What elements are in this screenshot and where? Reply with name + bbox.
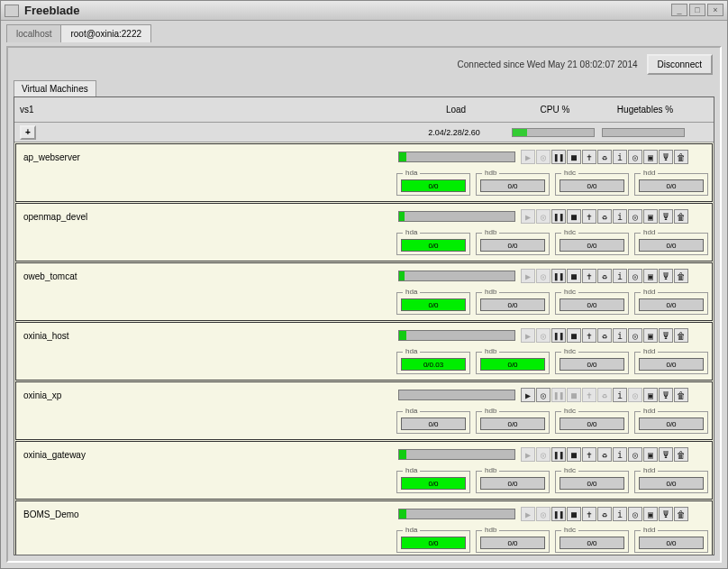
vm-name: oweb_tomcat xyxy=(20,271,398,281)
play-icon: ▶ xyxy=(521,328,535,343)
reset-icon[interactable]: ♻ xyxy=(597,328,612,343)
info-icon[interactable]: i xyxy=(613,388,627,402)
disk-icon[interactable]: ▣ xyxy=(643,269,658,283)
system-menu-button[interactable] xyxy=(5,5,19,17)
reset-icon[interactable]: ♻ xyxy=(597,209,612,224)
host-summary-row: + 2.04/2.28/2.60 xyxy=(14,123,714,142)
disk-box: hdc0/0 xyxy=(555,471,629,493)
vm-list[interactable]: ap_webserver▶◎❚❚■✝♻i◎▣Ψ🗑hda0/0hdb0/0hdc0… xyxy=(14,142,714,555)
delete-icon[interactable]: 🗑 xyxy=(674,388,688,402)
nic-icon[interactable]: Ψ xyxy=(659,328,673,343)
vm-panel: vs1 Load CPU % Hugetables % + 2.04/2.28/… xyxy=(14,96,714,555)
poweroff-icon[interactable]: ✝ xyxy=(582,328,596,343)
connection-tab[interactable]: localhost xyxy=(6,24,61,42)
pause-icon[interactable]: ❚❚ xyxy=(551,209,566,224)
target-icon[interactable]: ◎ xyxy=(628,209,642,224)
disk-label: hdb xyxy=(482,347,499,355)
maximize-button[interactable]: □ xyxy=(689,4,705,16)
pause-icon[interactable]: ❚❚ xyxy=(551,328,566,343)
stop-icon[interactable]: ■ xyxy=(567,209,581,224)
disk-icon[interactable]: ▣ xyxy=(643,209,658,224)
poweroff-icon[interactable]: ✝ xyxy=(582,447,596,462)
disk-box: hdc0/0 xyxy=(555,530,629,553)
stop-icon[interactable]: ■ xyxy=(567,507,581,521)
info-icon[interactable]: i xyxy=(613,447,627,462)
disk-box: hdb0/0 xyxy=(476,233,550,255)
disk-label: hdb xyxy=(482,288,499,296)
reset-icon[interactable]: ♻ xyxy=(597,269,612,283)
stop-icon[interactable]: ■ xyxy=(567,328,581,343)
disk-icon[interactable]: ▣ xyxy=(643,388,658,402)
header-hugetables: Hugetables % xyxy=(600,105,690,115)
target-icon[interactable]: ◎ xyxy=(628,447,642,462)
app-title: Freeblade xyxy=(24,4,79,17)
poweroff-icon[interactable]: ✝ xyxy=(582,507,596,521)
target-icon[interactable]: ◎ xyxy=(628,269,642,283)
pause-icon[interactable]: ❚❚ xyxy=(551,447,566,462)
info-icon[interactable]: i xyxy=(613,209,627,224)
nic-icon[interactable]: Ψ xyxy=(659,209,673,224)
disk-box: hdd0/0 xyxy=(634,233,708,255)
nic-icon[interactable]: Ψ xyxy=(659,269,673,283)
delete-icon[interactable]: 🗑 xyxy=(674,507,688,521)
disk-label: hda xyxy=(403,466,420,474)
disk-box: hda0/0 xyxy=(396,530,470,553)
section-tabs: Virtual Machines xyxy=(8,80,720,96)
connection-tab[interactable]: root@oxinia:2222 xyxy=(60,24,151,42)
pause-icon[interactable]: ❚❚ xyxy=(551,150,566,164)
disk-label: hdc xyxy=(561,169,578,177)
disk-io-meter: 0/0 xyxy=(401,298,466,311)
vm-name: BOMS_Demo xyxy=(20,509,398,519)
delete-icon[interactable]: 🗑 xyxy=(674,269,688,283)
delete-icon[interactable]: 🗑 xyxy=(674,150,688,164)
disk-icon[interactable]: ▣ xyxy=(643,507,658,521)
nic-icon[interactable]: Ψ xyxy=(659,447,673,462)
target-play-icon[interactable]: ◎ xyxy=(536,388,551,402)
target-icon[interactable]: ◎ xyxy=(628,328,642,343)
reset-icon: ♻ xyxy=(597,388,612,402)
disk-label: hdc xyxy=(561,288,578,296)
nic-icon[interactable]: Ψ xyxy=(659,150,673,164)
stop-icon[interactable]: ■ xyxy=(567,150,581,164)
close-button[interactable]: × xyxy=(707,4,723,16)
disk-icon[interactable]: ▣ xyxy=(643,328,658,343)
info-icon[interactable]: i xyxy=(613,507,627,521)
reset-icon[interactable]: ♻ xyxy=(597,507,612,521)
target-icon[interactable]: ◎ xyxy=(628,150,642,164)
reset-icon[interactable]: ♻ xyxy=(597,447,612,462)
nic-icon[interactable]: Ψ xyxy=(659,388,673,402)
pause-icon: ❚❚ xyxy=(551,388,566,402)
target-icon[interactable]: ◎ xyxy=(628,507,642,521)
vm-activity-meter xyxy=(398,151,515,162)
disk-icon[interactable]: ▣ xyxy=(643,447,658,462)
tab-virtual-machines[interactable]: Virtual Machines xyxy=(14,80,96,96)
poweroff-icon[interactable]: ✝ xyxy=(582,269,596,283)
delete-icon[interactable]: 🗑 xyxy=(674,328,688,343)
stop-icon: ■ xyxy=(567,388,581,402)
disk-io-meter: 0/0 xyxy=(639,179,704,192)
nic-icon[interactable]: Ψ xyxy=(659,507,673,521)
disk-box: hda0/0 xyxy=(396,233,470,255)
delete-icon[interactable]: 🗑 xyxy=(674,447,688,462)
add-vm-button[interactable]: + xyxy=(20,125,36,140)
play-icon[interactable]: ▶ xyxy=(521,388,535,402)
reset-icon[interactable]: ♻ xyxy=(597,150,612,164)
disconnect-button[interactable]: Disconnect xyxy=(647,54,713,75)
delete-icon[interactable]: 🗑 xyxy=(674,209,688,224)
info-icon[interactable]: i xyxy=(613,150,627,164)
disk-io-meter: 0/0.03 xyxy=(401,358,466,371)
disk-icon[interactable]: ▣ xyxy=(643,150,658,164)
disk-io-meter: 0/0 xyxy=(560,418,624,430)
pause-icon[interactable]: ❚❚ xyxy=(551,507,566,521)
poweroff-icon[interactable]: ✝ xyxy=(582,150,596,164)
minimize-button[interactable]: _ xyxy=(671,4,687,16)
stop-icon[interactable]: ■ xyxy=(567,269,581,283)
disk-box: hdc0/0 xyxy=(555,233,629,255)
stop-icon[interactable]: ■ xyxy=(567,447,581,462)
info-icon[interactable]: i xyxy=(613,328,627,343)
vm-activity-meter xyxy=(398,390,515,400)
poweroff-icon[interactable]: ✝ xyxy=(582,209,596,224)
pause-icon[interactable]: ❚❚ xyxy=(551,269,566,283)
info-icon[interactable]: i xyxy=(613,269,627,283)
disk-io-meter: 0/0 xyxy=(560,537,624,549)
